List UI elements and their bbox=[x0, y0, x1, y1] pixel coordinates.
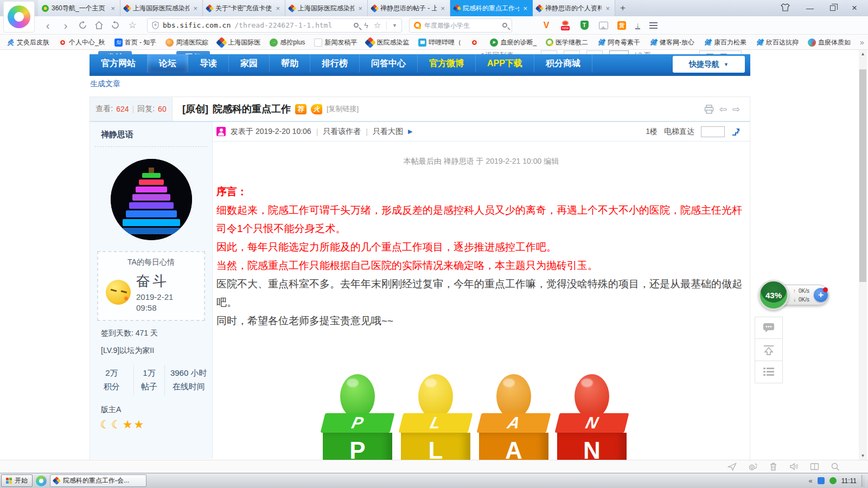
accelerate-plus-icon[interactable]: + bbox=[814, 288, 828, 302]
browser-tab[interactable]: 院感科的重点工作-会议 × bbox=[450, 0, 533, 16]
bookmark-item[interactable]: 灸 艾灸后皮肤 bbox=[7, 38, 49, 47]
search-box[interactable] bbox=[409, 18, 512, 33]
thread-list-button[interactable] bbox=[755, 361, 783, 383]
bookmark-item[interactable]: 周浦医院綜 bbox=[165, 38, 208, 47]
forum-nav-item[interactable]: 问答中心 bbox=[360, 54, 418, 73]
address-bar[interactable]: bbs.sific.com.cn/thread-224627-1-1.html … bbox=[147, 18, 402, 33]
search-input[interactable] bbox=[424, 22, 499, 29]
bookmark-item[interactable]: 上海国际医 bbox=[218, 38, 260, 47]
forum-nav-item[interactable]: 导读 bbox=[188, 54, 229, 73]
next-thread-icon[interactable]: ⇨ bbox=[732, 104, 740, 115]
game-boost-icon[interactable] bbox=[727, 462, 737, 471]
bookmark-item[interactable]: 健 欣百达抗抑 bbox=[756, 38, 799, 47]
apps-grid-icon[interactable] bbox=[522, 21, 532, 30]
tab-close-icon[interactable]: × bbox=[522, 4, 528, 12]
v-extension-icon[interactable]: V bbox=[541, 21, 551, 30]
bookmark-item[interactable]: 个人中心_秋 bbox=[59, 38, 105, 47]
download-icon[interactable]: ↓ bbox=[635, 22, 640, 29]
menu-icon[interactable] bbox=[649, 22, 658, 29]
comments-button[interactable] bbox=[755, 317, 783, 339]
snail-mode-icon[interactable] bbox=[748, 462, 757, 471]
tray-overflow-chevron[interactable]: « bbox=[809, 477, 813, 485]
close-button[interactable]: × bbox=[852, 3, 857, 14]
bookmark-item[interactable]: 医院感染监 bbox=[366, 38, 409, 47]
bookmark-item[interactable]: 新闻发稿平 bbox=[314, 38, 357, 47]
forum-nav-item[interactable]: 官方微博 bbox=[418, 54, 476, 73]
start-button[interactable]: 开始 bbox=[1, 474, 33, 487]
expand-arrow-icon[interactable]: ▶ bbox=[408, 128, 412, 135]
speaker-icon[interactable] bbox=[789, 462, 799, 471]
bookmark-item[interactable]: 医学继教二 bbox=[546, 38, 588, 47]
scrollbar-thumb[interactable] bbox=[859, 69, 866, 282]
back-to-top-button[interactable] bbox=[755, 339, 783, 361]
minimize-button[interactable]: — bbox=[806, 4, 814, 12]
skin-theme-icon[interactable] bbox=[781, 3, 790, 13]
browser-tab[interactable]: 禅静思语的帖子 - 上海 × bbox=[368, 0, 450, 16]
forum-nav-item[interactable]: 家园 bbox=[229, 54, 270, 73]
taskbar-task-button[interactable]: 院感科的重点工作-会... bbox=[50, 474, 146, 487]
forum-nav-item[interactable]: 论坛 bbox=[148, 54, 188, 73]
url-dropdown-icon[interactable]: ▼ bbox=[392, 23, 397, 28]
only-author-link[interactable]: 只看该作者 bbox=[323, 127, 361, 137]
tab-close-icon[interactable]: × bbox=[357, 4, 363, 12]
flash-boost-icon[interactable]: ϟ bbox=[364, 21, 368, 30]
author-username[interactable]: 禅静思语 bbox=[90, 130, 212, 140]
cargo-extension-icon[interactable]: 货 bbox=[617, 21, 626, 30]
bookmark-item[interactable]: 哔哩哔哩（ bbox=[418, 38, 461, 47]
undo-icon[interactable] bbox=[111, 21, 120, 30]
generate-article-link[interactable]: 生成文章 bbox=[90, 79, 120, 89]
memory-percent-badge[interactable]: 43% bbox=[758, 280, 789, 310]
bookmark-item[interactable]: 血瘀体质如 bbox=[808, 38, 851, 47]
refresh-icon[interactable] bbox=[78, 21, 87, 30]
bookmark-item[interactable] bbox=[470, 38, 481, 47]
forum-nav-item[interactable]: 官方网站 bbox=[90, 54, 148, 73]
bookmark-item[interactable]: 健 康百力松果 bbox=[704, 38, 746, 47]
collect-star-icon[interactable]: ☆ bbox=[374, 21, 381, 30]
clock[interactable]: 11:11 bbox=[841, 477, 857, 485]
browser-tab[interactable]: 关于“卡密”充值卡使用 × bbox=[203, 0, 285, 16]
restore-button[interactable] bbox=[830, 5, 835, 11]
browser-tab[interactable]: 上海国际医院感染控制 × bbox=[285, 0, 368, 16]
tampermonkey-shield-icon[interactable]: T bbox=[579, 21, 589, 30]
scroll-up-icon[interactable]: ▲ bbox=[859, 50, 867, 58]
cleaner-trash-icon[interactable] bbox=[769, 462, 778, 471]
home-icon[interactable] bbox=[94, 21, 104, 30]
tray-blue-app-icon[interactable] bbox=[818, 477, 825, 484]
tray-green-app-icon[interactable] bbox=[829, 477, 837, 484]
avatar[interactable] bbox=[111, 159, 192, 240]
only-images-link[interactable]: 只看大图 bbox=[373, 127, 403, 137]
split-screen-icon[interactable] bbox=[810, 462, 819, 471]
forum-nav-item[interactable]: APP下载 bbox=[476, 54, 534, 73]
browser-logo-button[interactable] bbox=[3, 1, 35, 33]
floor-jump-input[interactable] bbox=[701, 126, 725, 137]
forum-nav-item[interactable]: 积分商城 bbox=[534, 54, 592, 73]
prev-thread-icon[interactable]: ⇦ bbox=[719, 104, 727, 115]
tab-close-icon[interactable]: × bbox=[439, 4, 446, 12]
bookmark-item[interactable]: 知 首页 - 知乎 bbox=[114, 38, 157, 47]
favorite-star-icon[interactable]: ☆ bbox=[127, 21, 138, 30]
author-stat-cell[interactable]: 1万 帖子 bbox=[133, 365, 165, 395]
forum-nav-item[interactable]: 排行榜 bbox=[310, 54, 360, 73]
browser-tab[interactable]: 禅静思语的个人资料 - × bbox=[533, 0, 615, 16]
scroll-down-icon[interactable]: ▼ bbox=[859, 452, 867, 460]
copy-link-button[interactable]: [复制链接] bbox=[327, 104, 359, 114]
show-desktop-button[interactable] bbox=[861, 475, 865, 487]
new-extension-icon[interactable]: new bbox=[560, 21, 570, 30]
bookmark-item[interactable]: 健 健客网-放心 bbox=[649, 38, 694, 47]
page-zoom-icon[interactable] bbox=[354, 23, 359, 28]
jump-icon[interactable] bbox=[731, 127, 740, 136]
elevator-label[interactable]: 电梯直达 bbox=[664, 127, 694, 137]
quick-launch-browser-icon[interactable] bbox=[36, 476, 47, 486]
tab-close-icon[interactable]: × bbox=[192, 4, 199, 12]
author-stat-cell[interactable]: 2万 积分 bbox=[90, 365, 133, 395]
vertical-scrollbar[interactable]: ▲ ▼ bbox=[859, 50, 867, 460]
screenshot-icon[interactable] bbox=[598, 21, 608, 30]
bookmark-item[interactable]: 健 阿奇霉素干 bbox=[597, 38, 640, 47]
search-icon[interactable] bbox=[502, 23, 507, 28]
browser-tab[interactable]: 上海国际医院感染控制论 × bbox=[120, 0, 203, 16]
forward-icon[interactable]: › bbox=[60, 20, 71, 31]
bookmark-item[interactable]: 感控plus bbox=[270, 38, 305, 47]
author-stat-cell[interactable]: 3960 小时 在线时间 bbox=[164, 365, 212, 395]
back-icon[interactable]: ‹ bbox=[42, 20, 53, 31]
page-search-icon[interactable] bbox=[831, 462, 840, 471]
